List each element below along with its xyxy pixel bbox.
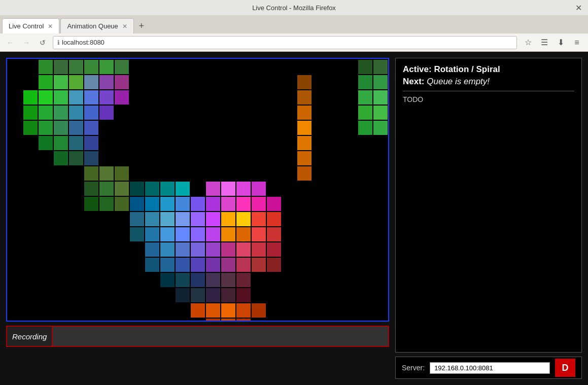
close-icon[interactable]: ✕ xyxy=(575,3,582,13)
reader-icon[interactable]: ☰ xyxy=(537,36,551,50)
server-input[interactable] xyxy=(430,362,550,374)
server-label: Server: xyxy=(402,364,425,372)
page-content: Recording Active: Rotation / Spiral Next… xyxy=(0,52,588,385)
d-button[interactable]: D xyxy=(555,359,575,377)
tab-animation-queue[interactable]: Animation Queue ✕ xyxy=(60,18,133,33)
left-panel: Recording xyxy=(6,58,389,379)
tab-bar: Live Control ✕ Animation Queue ✕ + xyxy=(0,15,588,33)
address-bar: ← → ↺ ℹ localhost:8080 ☆ ☰ ⬇ ≡ xyxy=(0,33,588,52)
title-bar: Live Control - Mozilla Firefox ✕ xyxy=(0,0,588,15)
visualization-container xyxy=(6,58,389,322)
active-animation: Active: Rotation / Spiral xyxy=(403,64,574,75)
url-text: localhost:8080 xyxy=(62,39,105,46)
next-label: Next: xyxy=(403,77,425,86)
download-icon[interactable]: ⬇ xyxy=(554,36,568,50)
bookmark-icon[interactable]: ☆ xyxy=(521,36,535,50)
server-bar: Server: D xyxy=(395,357,582,379)
tab-close-icon[interactable]: ✕ xyxy=(48,23,53,30)
tab-label: Live Control xyxy=(9,22,44,30)
info-box: Active: Rotation / Spiral Next: Queue is… xyxy=(395,58,582,353)
window-title: Live Control - Mozilla Firefox xyxy=(252,4,336,12)
toolbar-icons: ☆ ☰ ⬇ ≡ xyxy=(521,36,584,50)
active-label: Active: Rotation / Spiral xyxy=(403,64,500,74)
bottom-bar: Recording xyxy=(6,326,389,347)
new-tab-button[interactable]: + xyxy=(135,19,148,32)
forward-button[interactable]: → xyxy=(20,37,32,49)
url-box[interactable]: ℹ localhost:8080 xyxy=(53,36,517,49)
next-animation: Next: Queue is empty! xyxy=(403,77,574,87)
menu-icon[interactable]: ≡ xyxy=(570,36,584,50)
divider xyxy=(403,91,574,91)
refresh-button[interactable]: ↺ xyxy=(37,37,49,49)
recording-progress-bar xyxy=(53,327,388,346)
lock-icon: ℹ xyxy=(57,39,60,46)
right-panel: Active: Rotation / Spiral Next: Queue is… xyxy=(395,58,582,379)
tab-live-control[interactable]: Live Control ✕ xyxy=(2,18,59,33)
next-value: Queue is empty! xyxy=(427,77,490,86)
back-button[interactable]: ← xyxy=(4,37,16,49)
recording-label: Recording xyxy=(7,327,53,346)
todo-text: TODO xyxy=(403,95,574,103)
tab-close-icon[interactable]: ✕ xyxy=(122,23,127,30)
pixel-canvas xyxy=(7,59,388,321)
tab-label: Animation Queue xyxy=(67,22,118,30)
